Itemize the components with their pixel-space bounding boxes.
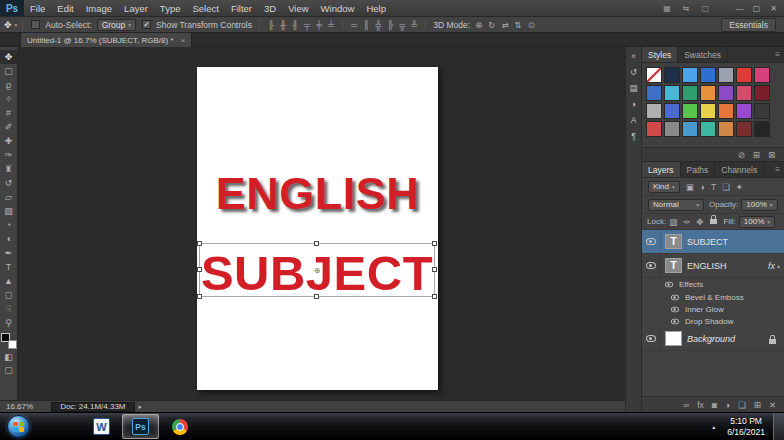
style-swatch[interactable] (682, 85, 698, 101)
menu-view[interactable]: View (282, 0, 314, 16)
eyedropper-tool[interactable]: ✐ (0, 120, 17, 134)
adjustment-layer-icon[interactable]: ◑ (721, 400, 734, 410)
menu-3d[interactable]: 3D (258, 0, 282, 16)
auto-select-dropdown[interactable]: Group ▾ (97, 19, 136, 31)
brush-tool[interactable]: ✑ (0, 148, 17, 162)
new-style-icon[interactable]: ⊞ (749, 150, 764, 160)
style-swatch[interactable] (736, 121, 752, 137)
style-swatch[interactable] (664, 85, 680, 101)
blend-mode-dropdown[interactable]: Normal ▾ (648, 199, 704, 211)
style-swatch[interactable] (754, 121, 770, 137)
taskbar-chrome-button[interactable] (161, 414, 198, 439)
paragraph-panel-icon[interactable]: ¶ (626, 128, 641, 144)
move-tool[interactable]: ✥ (0, 50, 17, 64)
foreground-color-swatch[interactable] (1, 333, 10, 342)
filter-pixel-icon[interactable]: ▣ (683, 182, 697, 192)
distribute-icon[interactable]: ╩ (408, 20, 420, 30)
style-swatch[interactable] (736, 103, 752, 119)
taskbar-photoshop-button[interactable]: Ps (122, 414, 159, 439)
layer-mask-icon[interactable]: ◙ (708, 400, 721, 410)
clone-stamp-tool[interactable]: ♜ (0, 162, 17, 176)
dodge-tool[interactable]: ◖ (0, 232, 17, 246)
transform-handle-sw[interactable] (197, 294, 202, 299)
new-layer-icon[interactable]: ⊞ (750, 400, 765, 410)
style-swatch[interactable] (682, 67, 698, 83)
menu-type[interactable]: Type (154, 0, 187, 16)
style-swatch[interactable] (664, 121, 680, 137)
quick-selection-tool[interactable]: ✧ (0, 92, 17, 106)
history-brush-tool[interactable]: ↺ (0, 176, 17, 190)
show-transform-checkbox[interactable]: ✓ (142, 20, 151, 29)
style-swatch[interactable] (646, 121, 662, 137)
visibility-toggle[interactable] (642, 230, 661, 253)
style-swatch[interactable] (664, 103, 680, 119)
style-swatch[interactable] (646, 85, 662, 101)
close-button[interactable]: ✕ (765, 4, 782, 13)
tab-layers[interactable]: Layers (642, 162, 681, 177)
menu-help[interactable]: Help (360, 0, 392, 16)
3d-mode-icon[interactable]: ⊙ (525, 20, 538, 30)
panel-menu-icon[interactable]: ≡ (771, 162, 784, 177)
3d-mode-icon[interactable]: ⊕ (472, 20, 485, 30)
gradient-tool[interactable]: ▨ (0, 204, 17, 218)
system-clock[interactable]: 5:10 PM 6/16/2021 (719, 416, 773, 437)
effect-row[interactable]: Drop Shadow (642, 315, 784, 327)
document-tab[interactable]: Untitled-1 @ 16.7% (SUBJECT, RGB/8) * × (20, 33, 192, 47)
style-swatch[interactable] (718, 121, 734, 137)
screen-mode-icon[interactable]: ▢ (695, 4, 715, 13)
align-icon[interactable]: ╟ (265, 20, 277, 30)
pen-tool[interactable]: ✒ (0, 246, 17, 260)
layer-row-subject[interactable]: T SUBJECT (642, 230, 784, 254)
lock-all-icon[interactable] (710, 219, 717, 224)
effect-row[interactable]: Inner Glow (642, 303, 784, 315)
distribute-icon[interactable]: ═ (348, 20, 360, 30)
align-icon[interactable]: ╢ (289, 20, 301, 30)
canvas-area[interactable]: ENGLISH SUBJECT ⊕ (18, 47, 625, 400)
taskbar-word-button[interactable]: W (83, 414, 120, 439)
transform-handle-n[interactable] (314, 241, 319, 246)
style-swatch[interactable] (646, 103, 662, 119)
lock-transparency-icon[interactable]: ▨ (666, 217, 680, 227)
effects-header[interactable]: Effects (642, 278, 784, 291)
distribute-icon[interactable]: ╦ (396, 20, 408, 30)
style-swatch[interactable] (700, 103, 716, 119)
english-text-layer[interactable]: ENGLISH (197, 171, 438, 216)
path-selection-tool[interactable]: ▲ (0, 274, 17, 288)
menu-select[interactable]: Select (186, 0, 224, 16)
style-swatch[interactable] (718, 103, 734, 119)
menu-edit[interactable]: Edit (51, 0, 79, 16)
transform-handle-se[interactable] (432, 294, 437, 299)
transform-handle-w[interactable] (197, 267, 202, 272)
properties-panel-icon[interactable]: ▤ (626, 80, 641, 96)
auto-select-checkbox[interactable] (31, 20, 40, 29)
lock-position-icon[interactable]: ✥ (693, 217, 706, 227)
text-layer-thumbnail[interactable]: T (665, 258, 682, 273)
tool-preset-icon[interactable]: ✥ (4, 20, 12, 30)
visibility-toggle[interactable] (642, 327, 661, 350)
style-swatch[interactable] (664, 67, 680, 83)
transform-handle-s[interactable] (314, 294, 319, 299)
spot-healing-tool[interactable]: ✚ (0, 134, 17, 148)
3d-mode-icon[interactable]: ⇄ (498, 20, 511, 30)
delete-layer-icon[interactable]: ✕ (765, 400, 780, 410)
rectangular-marquee-tool[interactable]: ▢ (0, 64, 17, 78)
eye-icon[interactable] (665, 282, 673, 288)
quick-mask-tool[interactable]: ◧ (0, 350, 17, 363)
start-button[interactable] (7, 415, 30, 438)
eraser-tool[interactable]: ▱ (0, 190, 17, 204)
align-icon[interactable]: ╪ (313, 20, 325, 30)
transform-handle-nw[interactable] (197, 241, 202, 246)
style-swatch[interactable] (754, 103, 770, 119)
collapse-panels-icon[interactable]: « (626, 48, 641, 64)
character-panel-icon[interactable]: A (626, 112, 641, 128)
style-swatch[interactable] (736, 67, 752, 83)
zoom-tool[interactable]: ⚲ (0, 316, 17, 330)
workspace-switcher[interactable]: Essentials (721, 18, 776, 32)
eye-icon[interactable] (671, 318, 679, 324)
menu-filter[interactable]: Filter (225, 0, 258, 16)
eye-icon[interactable] (671, 294, 679, 300)
menu-layer[interactable]: Layer (118, 0, 154, 16)
distribute-icon[interactable]: ╠ (384, 20, 396, 30)
layer-style-icon[interactable]: fx (693, 400, 708, 410)
effect-row[interactable]: Bevel & Emboss (642, 291, 784, 303)
